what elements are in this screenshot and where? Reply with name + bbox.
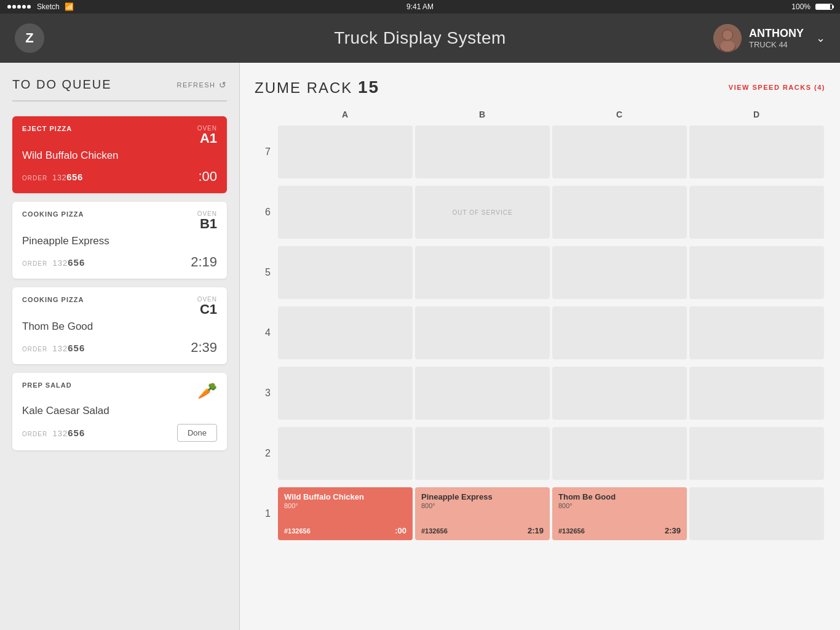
rack-cell-content: Wild Buffalo Chicken 800° #132656 :00 bbox=[278, 487, 413, 540]
out-of-service-label: OUT OF SERVICE bbox=[452, 209, 512, 216]
queue-card-bottom: ORDER 132656 Done bbox=[22, 424, 217, 442]
rack-row-4: 4 bbox=[255, 305, 825, 361]
order-number: 132656 bbox=[50, 429, 85, 438]
rack-cell-2a bbox=[278, 427, 413, 480]
rack-cell-content: Thom Be Good 800° #132656 2:39 bbox=[552, 487, 687, 540]
header: Z Truck Display System ANTHONY TRUCK 44 … bbox=[0, 14, 840, 63]
refresh-icon: ↺ bbox=[219, 80, 228, 90]
col-header-b: B bbox=[414, 110, 551, 119]
rack-cell-2c bbox=[552, 427, 687, 480]
status-bar: Sketch 📶 9:41 AM 100% bbox=[0, 0, 840, 14]
queue-card-top: COOKING PIZZA OVEN C1 bbox=[22, 296, 217, 316]
rack-cell-6b: OUT OF SERVICE bbox=[415, 186, 550, 239]
rack-row-6: 6 OUT OF SERVICE bbox=[255, 185, 825, 240]
rack-cell-7b bbox=[415, 126, 550, 178]
rack-cell-1a[interactable]: Wild Buffalo Chicken 800° #132656 :00 bbox=[278, 487, 413, 540]
header-title: Truck Display System bbox=[334, 28, 506, 48]
rack-item-temp: 800° bbox=[558, 502, 681, 509]
chevron-down-icon[interactable]: ⌄ bbox=[816, 31, 825, 45]
avatar bbox=[713, 24, 742, 52]
col-header-a: A bbox=[277, 110, 414, 119]
rack-cell-4a bbox=[278, 306, 413, 359]
order-number: 132656 bbox=[50, 258, 85, 268]
rack-item-timer: :00 bbox=[395, 526, 406, 535]
rack-cell-5b bbox=[415, 246, 550, 299]
rack-cell-2d bbox=[689, 427, 824, 480]
rack-cell-1c[interactable]: Thom Be Good 800° #132656 2:39 bbox=[552, 487, 687, 540]
order-label: ORDER 132656 bbox=[22, 343, 85, 353]
rack-item-footer: #132656 2:19 bbox=[421, 526, 544, 535]
rack-cell-7c bbox=[552, 126, 687, 178]
header-user-truck: TRUCK 44 bbox=[749, 40, 804, 49]
main-content: TO DO QUEUE REFRESH ↺ EJECT PIZZA OVEN A… bbox=[0, 63, 840, 630]
rack-row-5: 5 bbox=[255, 245, 825, 300]
queue-header: TO DO QUEUE REFRESH ↺ bbox=[12, 78, 227, 102]
refresh-label: REFRESH bbox=[176, 81, 215, 89]
rack-cell-5a bbox=[278, 246, 413, 299]
order-label: ORDER 132656 bbox=[22, 172, 83, 182]
card-action: COOKING PIZZA bbox=[22, 210, 84, 218]
left-panel: TO DO QUEUE REFRESH ↺ EJECT PIZZA OVEN A… bbox=[0, 63, 240, 630]
row-label-3: 3 bbox=[255, 365, 277, 421]
done-button[interactable]: Done bbox=[177, 424, 217, 442]
rack-col-headers: A B C D bbox=[255, 110, 825, 119]
rack-cell-7d bbox=[689, 126, 824, 178]
refresh-button[interactable]: REFRESH ↺ bbox=[176, 80, 227, 90]
row-label-7: 7 bbox=[255, 124, 277, 180]
rack-cell-6d bbox=[689, 186, 824, 239]
col-header-c: C bbox=[551, 110, 688, 119]
order-number: 132656 bbox=[50, 344, 85, 353]
order-label: ORDER 132656 bbox=[22, 428, 85, 438]
rack-cell-5d bbox=[689, 246, 824, 299]
rack-item-temp: 800° bbox=[421, 502, 544, 509]
rack-item-footer: #132656 2:39 bbox=[558, 526, 681, 535]
queue-card-top: COOKING PIZZA OVEN B1 bbox=[22, 210, 217, 231]
rack-cell-1b[interactable]: Pineapple Express 800° #132656 2:19 bbox=[415, 487, 550, 540]
queue-card-top: PREP SALAD 🥕 bbox=[22, 381, 217, 401]
rack-header: ZUME RACK 15 VIEW SPEED RACKS (4) bbox=[255, 78, 825, 97]
queue-card-eject: EJECT PIZZA OVEN A1 Wild Buffalo Chicken… bbox=[12, 116, 227, 193]
pizza-name: Thom Be Good bbox=[22, 320, 217, 333]
header-user[interactable]: ANTHONY TRUCK 44 ⌄ bbox=[713, 24, 825, 52]
rack-row-1: 1 Wild Buffalo Chicken 800° #132656 :00 bbox=[255, 486, 825, 541]
card-timer: 2:19 bbox=[191, 254, 217, 270]
oven-info: OVEN A1 bbox=[197, 125, 217, 145]
rack-cell-content: Pineapple Express 800° #132656 2:19 bbox=[415, 487, 550, 540]
header-user-name: ANTHONY bbox=[749, 27, 804, 40]
order-label: ORDER 132656 bbox=[22, 257, 85, 268]
rack-cell-4c bbox=[552, 306, 687, 359]
wifi-icon: 📶 bbox=[65, 2, 74, 11]
rack-cell-3d bbox=[689, 367, 824, 420]
row-label-6: 6 bbox=[255, 185, 277, 240]
card-action: PREP SALAD bbox=[22, 381, 72, 389]
svg-point-4 bbox=[720, 41, 735, 52]
rack-cell-4d bbox=[689, 306, 824, 359]
rack-cell-4b bbox=[415, 306, 550, 359]
card-timer: 2:39 bbox=[191, 340, 217, 356]
rack-cell-3a bbox=[278, 367, 413, 420]
queue-card-salad: PREP SALAD 🥕 Kale Caesar Salad ORDER 132… bbox=[12, 373, 227, 450]
rack-title-text: ZUME RACK 15 bbox=[255, 79, 379, 96]
queue-title: TO DO QUEUE bbox=[12, 78, 112, 92]
rack-item-temp: 800° bbox=[284, 502, 406, 509]
pizza-name: Wild Buffalo Chicken bbox=[22, 149, 217, 162]
row-label-4: 4 bbox=[255, 305, 277, 361]
salad-icon: 🥕 bbox=[197, 381, 217, 401]
view-speed-racks-button[interactable]: VIEW SPEED RACKS (4) bbox=[729, 84, 825, 91]
rack-item-timer: 2:19 bbox=[528, 526, 544, 535]
pizza-name: Pineapple Express bbox=[22, 234, 217, 248]
rack-cell-5c bbox=[552, 246, 687, 299]
row-label-1: 1 bbox=[255, 486, 277, 541]
header-logo: Z bbox=[15, 23, 44, 53]
rack-cell-1d bbox=[689, 487, 824, 540]
queue-card-top: EJECT PIZZA OVEN A1 bbox=[22, 125, 217, 145]
carrier-label: Sketch bbox=[37, 2, 60, 11]
status-time: 9:41 AM bbox=[406, 2, 434, 11]
oven-info: OVEN C1 bbox=[197, 296, 217, 316]
rack-item-footer: #132656 :00 bbox=[284, 526, 406, 535]
rack-row-3: 3 bbox=[255, 365, 825, 421]
svg-point-3 bbox=[723, 30, 732, 40]
rack-item-name: Thom Be Good bbox=[558, 492, 681, 502]
battery-icon bbox=[815, 4, 833, 10]
order-number: 132656 bbox=[50, 173, 83, 182]
